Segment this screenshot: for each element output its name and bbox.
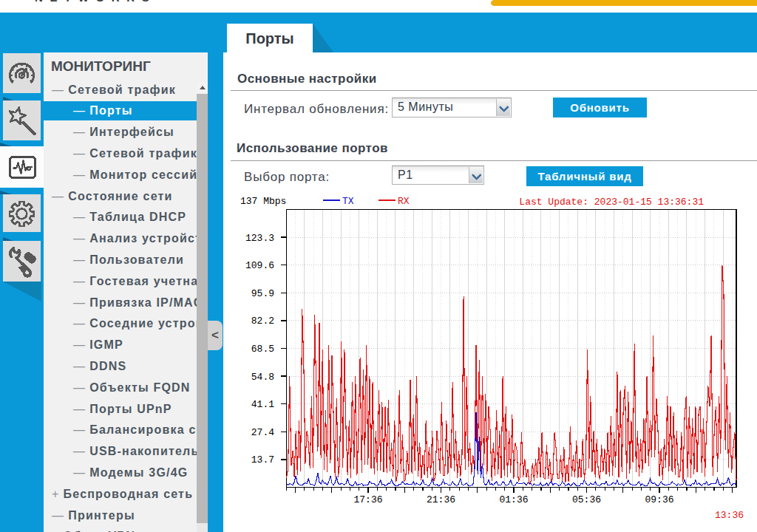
svg-text:17:36: 17:36 [353,494,382,505]
svg-text:09:36: 09:36 [645,494,673,505]
svg-text:82.2: 82.2 [251,316,274,327]
svg-text:01:36: 01:36 [499,494,528,505]
svg-text:TX: TX [342,196,354,207]
svg-text:05:36: 05:36 [572,494,601,505]
svg-text:54.8: 54.8 [251,372,274,383]
svg-text:13:36: 13:36 [715,510,744,521]
svg-text:13.7: 13.7 [251,454,274,466]
svg-text:123.3: 123.3 [245,233,274,244]
svg-text:Last Update: 2023-01-15 13:36:: Last Update: 2023-01-15 13:36:31 [519,197,704,208]
svg-text:41.1: 41.1 [251,399,274,410]
svg-text:109.6: 109.6 [245,260,274,271]
svg-text:68.5: 68.5 [251,344,274,355]
svg-text:137 Mbps: 137 Mbps [240,196,286,207]
svg-text:95.9: 95.9 [251,288,274,299]
svg-text:21:36: 21:36 [427,494,455,505]
svg-text:RX: RX [398,196,410,207]
svg-text:27.4: 27.4 [251,427,274,438]
